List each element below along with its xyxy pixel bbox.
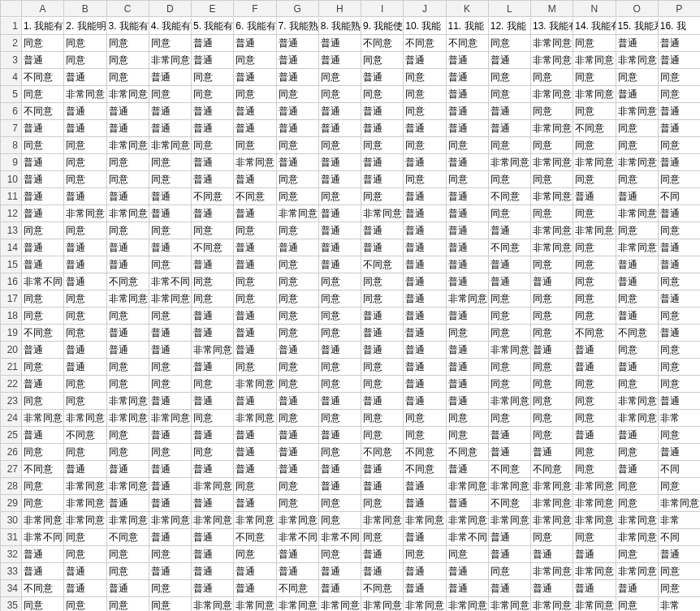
cell[interactable]: 同意 [489, 171, 531, 188]
cell[interactable]: 非常同意 [489, 342, 531, 359]
cell[interactable]: 同意 [447, 137, 489, 154]
cell[interactable]: 非常同意 [64, 478, 106, 495]
cell[interactable]: 非常同意 [531, 495, 573, 512]
cell[interactable]: 普通 [404, 529, 446, 546]
cell[interactable]: 普通 [447, 154, 489, 171]
cell[interactable]: 非常同意 [149, 290, 192, 308]
cell[interactable]: 普通 [659, 35, 700, 52]
cell[interactable]: 非常同意 [361, 205, 404, 222]
cell[interactable]: 普通 [22, 171, 64, 188]
cell[interactable]: 同意 [22, 597, 64, 611]
cell[interactable]: 非常同意 [64, 495, 106, 512]
cell[interactable]: 同意 [616, 444, 659, 461]
cell[interactable]: 非常同意 [531, 478, 573, 495]
cell[interactable]: 普通 [616, 308, 659, 325]
cell[interactable]: 同意 [107, 35, 149, 52]
cell[interactable]: 普通 [277, 427, 319, 444]
cell[interactable]: 非常同意 [531, 154, 573, 171]
cell[interactable]: 普通 [616, 427, 659, 444]
cell[interactable]: 同意 [64, 376, 106, 393]
cell[interactable]: 同意 [573, 239, 616, 256]
cell[interactable]: 非常同意 [319, 597, 361, 611]
cell[interactable]: 6. 我能有 [234, 18, 276, 35]
cell[interactable]: 普通 [447, 103, 489, 120]
cell[interactable]: 普通 [107, 342, 149, 359]
cell[interactable]: 普通 [234, 256, 276, 273]
cell[interactable]: 13. 我能有 [531, 18, 573, 35]
cell[interactable]: 普通 [361, 546, 404, 563]
row-header-11[interactable]: 11 [1, 188, 22, 205]
cell[interactable]: 普通 [447, 563, 489, 580]
cell[interactable]: 普通 [234, 308, 276, 325]
cell[interactable]: 非常同意 [234, 376, 276, 393]
cell[interactable]: 普通 [277, 154, 319, 171]
cell[interactable]: 同意 [64, 52, 106, 69]
cell[interactable]: 非常同意 [616, 529, 659, 546]
cell[interactable]: 普通 [277, 69, 319, 86]
cell[interactable]: 普通 [361, 342, 404, 359]
cell[interactable]: 非常不同 [149, 273, 192, 290]
cell[interactable]: 同意 [531, 410, 573, 427]
cell[interactable]: 同意 [64, 137, 106, 154]
cell[interactable]: 普通 [447, 273, 489, 290]
cell[interactable]: 普通 [659, 154, 700, 171]
cell[interactable]: 普通 [64, 563, 106, 580]
cell[interactable]: 同意 [64, 325, 106, 342]
cell[interactable]: 普通 [64, 256, 106, 273]
cell[interactable]: 同意 [319, 546, 361, 563]
cell[interactable]: 同意 [64, 597, 106, 611]
row-header-26[interactable]: 26 [1, 444, 22, 461]
cell[interactable]: 非常同意 [361, 597, 404, 611]
cell[interactable]: 非常同意 [531, 120, 573, 137]
cell[interactable]: 同意 [573, 529, 616, 546]
cell[interactable]: 不同意 [22, 69, 64, 86]
cell[interactable]: 普通 [192, 308, 234, 325]
cell[interactable]: 普通 [192, 120, 234, 137]
cell[interactable]: 同意 [277, 325, 319, 342]
cell[interactable]: 普通 [22, 376, 64, 393]
cell[interactable]: 普通 [361, 69, 404, 86]
cell[interactable]: 非常同意 [573, 86, 616, 103]
cell[interactable]: 同意 [616, 222, 659, 239]
cell[interactable]: 不同意 [277, 580, 319, 597]
cell[interactable]: 同意 [64, 546, 106, 563]
row-header-15[interactable]: 15 [1, 256, 22, 273]
cell[interactable]: 非常同意 [616, 563, 659, 580]
cell[interactable]: 4. 我能有 [149, 18, 192, 35]
cell[interactable]: 非常同意 [64, 410, 106, 427]
cell[interactable]: 非常同意 [107, 410, 149, 427]
cell[interactable]: 同意 [531, 359, 573, 376]
cell[interactable]: 同意 [234, 359, 276, 376]
cell[interactable]: 普通 [489, 222, 531, 239]
cell[interactable]: 非常同意 [22, 512, 64, 529]
cell[interactable]: 非常同意 [573, 597, 616, 611]
cell[interactable]: 非常同意 [659, 495, 700, 512]
cell[interactable]: 同意 [234, 52, 276, 69]
cell[interactable]: 普通 [64, 359, 106, 376]
cell[interactable]: 普通 [234, 444, 276, 461]
cell[interactable]: 非常同意 [616, 103, 659, 120]
cell[interactable]: 普通 [616, 461, 659, 478]
cell[interactable]: 同意 [616, 495, 659, 512]
row-header-19[interactable]: 19 [1, 325, 22, 342]
cell[interactable]: 普通 [107, 495, 149, 512]
cell[interactable]: 普通 [234, 393, 276, 410]
cell[interactable]: 非常同意 [489, 597, 531, 611]
cell[interactable]: 非常同意 [531, 512, 573, 529]
cell[interactable]: 普通 [234, 427, 276, 444]
row-header-2[interactable]: 2 [1, 35, 22, 52]
cell[interactable]: 同意 [107, 597, 149, 611]
cell[interactable]: 同意 [447, 171, 489, 188]
cell[interactable]: 同意 [404, 86, 446, 103]
col-header-G[interactable]: G [277, 1, 319, 17]
cell[interactable]: 普通 [404, 342, 446, 359]
cell[interactable]: 普通 [149, 495, 192, 512]
cell[interactable]: 不同意 [489, 239, 531, 256]
cell[interactable]: 同意 [659, 359, 700, 376]
cell[interactable]: 同意 [149, 376, 192, 393]
cell[interactable]: 普通 [361, 171, 404, 188]
cell[interactable]: 普通 [404, 188, 446, 205]
cell[interactable]: 非常同意 [361, 512, 404, 529]
cell[interactable]: 同意 [22, 393, 64, 410]
row-header-5[interactable]: 5 [1, 86, 22, 103]
